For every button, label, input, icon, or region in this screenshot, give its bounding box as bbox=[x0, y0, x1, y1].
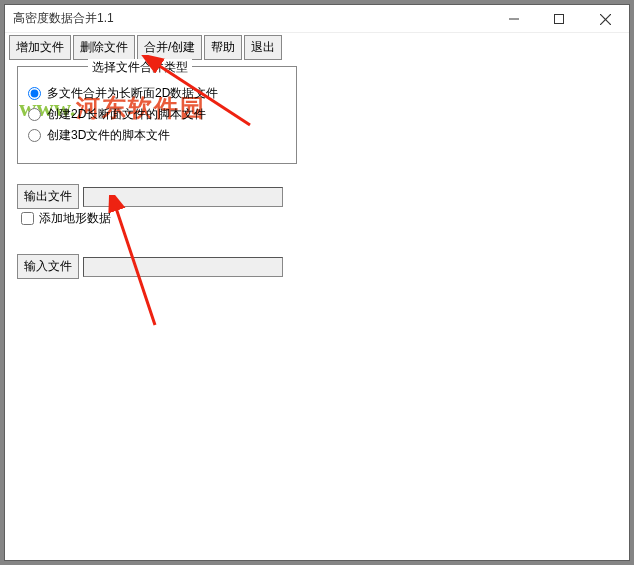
output-row: 输出文件 bbox=[17, 184, 283, 209]
close-button[interactable] bbox=[581, 5, 629, 33]
window-title: 高密度数据合并1.1 bbox=[13, 10, 114, 27]
radio-input-3[interactable] bbox=[28, 129, 41, 142]
maximize-button[interactable] bbox=[536, 5, 581, 33]
title-bar: 高密度数据合并1.1 bbox=[5, 5, 629, 33]
radio-input-2[interactable] bbox=[28, 108, 41, 121]
radio-input-1[interactable] bbox=[28, 87, 41, 100]
exit-button[interactable]: 退出 bbox=[244, 35, 282, 60]
add-terrain-label: 添加地形数据 bbox=[39, 210, 111, 227]
radio-label-2: 创建2D长断面文件的脚本文件 bbox=[47, 106, 206, 123]
add-terrain-checkbox[interactable]: 添加地形数据 bbox=[21, 210, 111, 227]
toolbar: 增加文件 删除文件 合并/创建 帮助 退出 bbox=[5, 33, 629, 60]
radio-option-3[interactable]: 创建3D文件的脚本文件 bbox=[28, 127, 286, 144]
add-terrain-input[interactable] bbox=[21, 212, 34, 225]
output-file-input[interactable] bbox=[83, 187, 283, 207]
radio-option-2[interactable]: 创建2D长断面文件的脚本文件 bbox=[28, 106, 286, 123]
radio-label-1: 多文件合并为长断面2D数据文件 bbox=[47, 85, 218, 102]
output-file-button[interactable]: 输出文件 bbox=[17, 184, 79, 209]
radio-option-1[interactable]: 多文件合并为长断面2D数据文件 bbox=[28, 85, 286, 102]
input-file-button[interactable]: 输入文件 bbox=[17, 254, 79, 279]
delete-file-button[interactable]: 删除文件 bbox=[73, 35, 135, 60]
help-button[interactable]: 帮助 bbox=[204, 35, 242, 60]
add-file-button[interactable]: 增加文件 bbox=[9, 35, 71, 60]
svg-rect-1 bbox=[554, 15, 563, 24]
input-row: 输入文件 bbox=[17, 254, 283, 279]
merge-type-group: 选择文件合并类型 多文件合并为长断面2D数据文件 创建2D长断面文件的脚本文件 … bbox=[17, 66, 297, 164]
radio-label-3: 创建3D文件的脚本文件 bbox=[47, 127, 170, 144]
group-legend: 选择文件合并类型 bbox=[88, 59, 192, 76]
input-file-input[interactable] bbox=[83, 257, 283, 277]
app-window: 高密度数据合并1.1 增加文件 删除文件 合并/创建 帮助 退出 www.河东软… bbox=[5, 5, 629, 560]
merge-create-button[interactable]: 合并/创建 bbox=[137, 35, 202, 60]
minimize-button[interactable] bbox=[491, 5, 536, 33]
content-area: www.河东软件园 选择文件合并类型 多文件合并为长断面2D数据文件 创建2D长… bbox=[5, 60, 629, 560]
